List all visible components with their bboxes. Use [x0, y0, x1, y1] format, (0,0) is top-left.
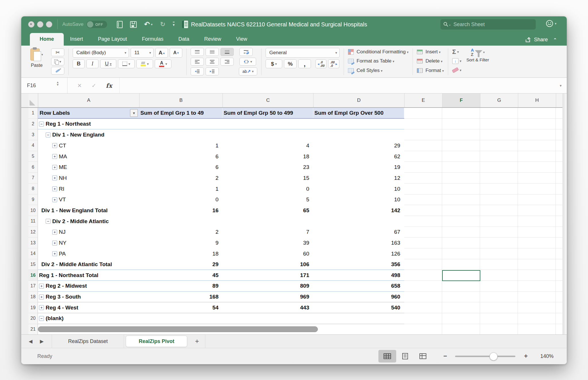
cell-B17[interactable]: 89 [139, 281, 223, 291]
cell-G12[interactable] [480, 227, 518, 238]
cell-A9[interactable]: +VT [38, 194, 139, 205]
cell-D4[interactable]: 29 [313, 140, 404, 151]
cell-A18[interactable]: +Reg 3 - South [38, 292, 139, 302]
collapse-button[interactable]: − [39, 122, 44, 126]
cell-E10[interactable] [404, 205, 442, 216]
row-header-10[interactable]: 10 [28, 205, 38, 216]
cell-H20[interactable] [518, 313, 556, 324]
cell-B9[interactable]: 0 [139, 194, 223, 205]
cell-B18[interactable]: 168 [139, 292, 223, 302]
cell-F13[interactable] [442, 237, 480, 248]
cell-G8[interactable] [480, 184, 518, 194]
cell-E15[interactable] [404, 259, 442, 270]
select-all-corner[interactable] [28, 93, 38, 107]
cell-A13[interactable]: +NY [38, 237, 139, 248]
ribbon-tab-view[interactable]: View [236, 33, 247, 46]
cell-B2[interactable] [139, 119, 223, 129]
cell-F1[interactable] [442, 108, 480, 119]
cell-E11[interactable] [404, 216, 442, 227]
expand-button[interactable]: + [52, 230, 57, 235]
row-header-13[interactable]: 13 [28, 237, 38, 248]
row-header-4[interactable]: 4 [28, 140, 38, 151]
cell-B15[interactable]: 29 [139, 259, 223, 270]
cell-G17[interactable] [480, 281, 518, 292]
cell-H2[interactable] [518, 119, 556, 130]
cell-F17[interactable] [442, 281, 480, 292]
formula-input[interactable] [119, 78, 567, 93]
cell-E20[interactable] [404, 313, 442, 324]
cell-D5[interactable]: 62 [313, 151, 404, 162]
cell-G11[interactable] [480, 216, 518, 227]
column-header-E[interactable]: E [405, 93, 442, 107]
cell-D10[interactable]: 142 [313, 205, 404, 216]
cell-A5[interactable]: +MA [38, 151, 139, 162]
conditional-formatting-button[interactable]: Conditional Formatting [348, 48, 409, 56]
cell-A7[interactable]: +NH [38, 173, 139, 184]
cell-E18[interactable] [404, 292, 442, 303]
cell-C4[interactable]: 4 [223, 140, 313, 151]
align-top-button[interactable] [191, 48, 204, 56]
cell-G15[interactable] [480, 259, 518, 270]
cell-A19[interactable]: +Reg 4 - West [38, 302, 139, 313]
cell-F2[interactable] [442, 119, 480, 130]
cell-H14[interactable] [518, 248, 556, 259]
cell-A1[interactable]: Row Labels [38, 108, 139, 118]
cell-E1[interactable] [404, 108, 442, 119]
cell-C13[interactable]: 39 [223, 237, 313, 248]
feedback-button[interactable]: ▾ [546, 20, 556, 27]
cell-D17[interactable]: 658 [313, 281, 404, 291]
cell-F12[interactable] [442, 227, 480, 238]
cell-A17[interactable]: +Reg 2 - Midwest [38, 281, 139, 291]
cell-A11[interactable]: −Div 2 - Middle Atlantic [38, 216, 139, 227]
cell-B4[interactable]: 1 [139, 140, 223, 151]
cell-F7[interactable] [442, 173, 480, 184]
cell-G16[interactable] [480, 270, 518, 281]
cut-button[interactable] [51, 48, 64, 56]
page-layout-view-button[interactable] [396, 350, 414, 363]
cell-D1[interactable]: Sum of Empl Grp Over 500 [313, 108, 404, 118]
cell-F3[interactable] [442, 129, 480, 140]
cell-H12[interactable] [518, 227, 556, 238]
comma-format-button[interactable]: , [298, 59, 311, 68]
number-format-select[interactable]: General [266, 48, 340, 58]
row-header-17[interactable]: 17 [28, 281, 38, 292]
increase-indent-button[interactable] [206, 67, 219, 75]
delete-cells-button[interactable]: Delete [417, 57, 444, 65]
expand-button[interactable]: + [52, 143, 57, 148]
format-cells-button[interactable]: Format [417, 67, 444, 75]
cell-E17[interactable] [404, 281, 442, 292]
cell-G13[interactable] [480, 237, 518, 248]
cell-G20[interactable] [480, 313, 518, 324]
cell-G7[interactable] [480, 173, 518, 184]
normal-view-button[interactable] [378, 350, 396, 363]
sheet-tab-realzips-pivot[interactable]: RealZips Pivot [126, 336, 187, 347]
cell-G4[interactable] [480, 140, 518, 151]
cell-F4[interactable] [442, 140, 480, 151]
cell-B16[interactable]: 45 [139, 270, 223, 280]
zoom-slider[interactable] [455, 356, 515, 357]
fill-color-button[interactable] [136, 59, 153, 68]
cell-E21[interactable] [404, 324, 442, 334]
row-header-20[interactable]: 20 [28, 313, 38, 324]
cell-B13[interactable]: 9 [139, 237, 223, 248]
insert-cells-button[interactable]: Insert [417, 48, 444, 56]
cell-G3[interactable] [480, 129, 518, 140]
cell-F5[interactable] [442, 151, 480, 162]
cell-F16[interactable] [442, 270, 480, 281]
cell-D19[interactable]: 540 [313, 302, 404, 313]
cell-E7[interactable] [404, 173, 442, 184]
expand-formula-bar-button[interactable]: ▾ [560, 83, 562, 88]
cell-A14[interactable]: +PA [38, 248, 139, 259]
cell-styles-button[interactable]: Cell Styles [348, 67, 409, 75]
sheet-tab-realzips-dataset[interactable]: RealZips Dataset [52, 335, 124, 348]
cell-A10[interactable]: Div 1 - New England Total [38, 205, 139, 216]
column-header-H[interactable]: H [518, 93, 556, 107]
cell-B20[interactable] [139, 313, 223, 324]
fill-button[interactable]: ↓ [452, 57, 461, 65]
expand-button[interactable]: + [39, 295, 44, 299]
expand-button[interactable]: + [52, 251, 57, 256]
cell-F14[interactable] [442, 248, 480, 259]
cell-C2[interactable] [223, 119, 313, 129]
format-painter-button[interactable] [51, 67, 64, 75]
row-header-19[interactable]: 19 [28, 302, 38, 313]
